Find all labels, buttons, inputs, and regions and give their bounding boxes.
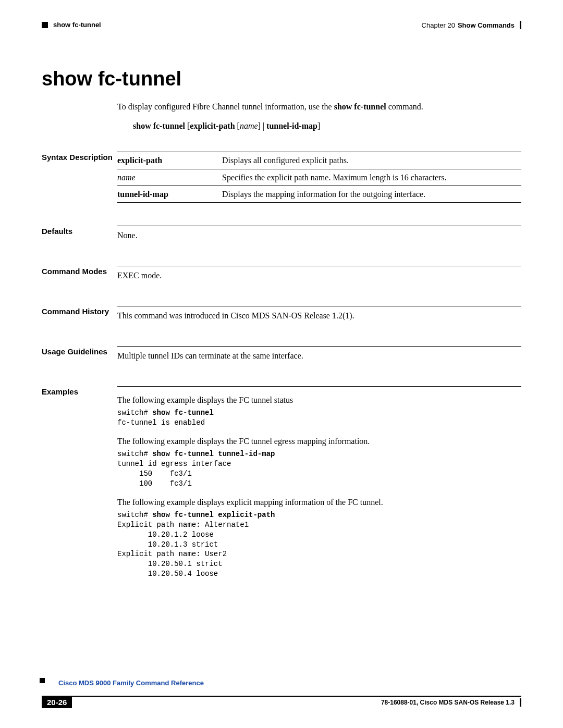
- section-command-history: Command History This command was introdu…: [117, 306, 521, 323]
- prompt: switch#: [117, 511, 152, 519]
- footer-book-title: Cisco MDS 9000 Family Command Reference: [58, 679, 204, 687]
- term-bold: explicit-path: [117, 156, 162, 165]
- section-defaults: Defaults None.: [117, 226, 521, 243]
- syntax-table: explicit-path Displays all configured ex…: [117, 152, 521, 203]
- example-output: switch# show fc-tunnel tunnel-id-map tun…: [117, 449, 521, 489]
- defaults-label: Defaults: [42, 226, 117, 237]
- defaults-body: None.: [117, 226, 521, 243]
- command-history-label: Command History: [42, 306, 117, 317]
- syntax-name: name: [240, 121, 258, 130]
- example-output: switch# show fc-tunnel explicit-path Exp…: [117, 510, 521, 579]
- chapter-label: Chapter 20: [422, 21, 455, 29]
- usage-label: Usage Guidelines: [42, 346, 117, 357]
- command-history-body: This command was introduced in Cisco MDS…: [117, 306, 521, 323]
- syntax-description-body: explicit-path Displays all configured ex…: [117, 152, 521, 203]
- example-intro: The following example displays explicit …: [117, 496, 521, 508]
- syntax-sp: [: [235, 121, 240, 130]
- section-usage: Usage Guidelines Multiple tunnel IDs can…: [117, 346, 521, 363]
- vertical-bar-icon: [520, 21, 521, 29]
- page-footer: Cisco MDS 9000 Family Command Reference …: [0, 686, 563, 708]
- examples-label: Examples: [42, 386, 117, 398]
- footer-row: 20-26 78-16088-01, Cisco MDS SAN-OS Rele…: [42, 697, 521, 708]
- syntax-kw1: explicit-path: [190, 121, 235, 130]
- chapter-title: Show Commands: [458, 21, 515, 29]
- example-intro: The following example displays the FC tu…: [117, 394, 521, 406]
- square-marker-icon: [42, 22, 48, 28]
- syntax-b2: ] |: [258, 121, 267, 130]
- intro-paragraph: To display configured Fibre Channel tunn…: [117, 101, 521, 113]
- syntax-end: ]: [317, 121, 320, 130]
- syntax-b1: [: [185, 121, 190, 130]
- example-cmd: show fc-tunnel: [152, 409, 214, 417]
- section-command-modes: Command Modes EXEC mode.: [117, 266, 521, 283]
- page-title: show fc-tunnel: [42, 68, 521, 90]
- intro-text: To display configured Fibre Channel tunn…: [117, 102, 334, 111]
- page-container: show fc-tunnel Chapter 20 Show Commands …: [0, 0, 563, 728]
- header-left: show fc-tunnel: [42, 21, 101, 29]
- syntax-description-label: Syntax Description: [42, 152, 117, 163]
- term-desc: Displays all configured explicit paths.: [222, 152, 521, 169]
- example-output: switch# show fc-tunnel fc-tunnel is enab…: [117, 408, 521, 428]
- intro-tail: command.: [386, 102, 423, 111]
- term-desc: Specifies the explicit path name. Maximu…: [222, 169, 521, 186]
- vertical-bar-icon: [520, 698, 521, 707]
- prompt: switch#: [117, 409, 152, 417]
- page-header: show fc-tunnel Chapter 20 Show Commands: [42, 21, 521, 36]
- intro-command: show fc-tunnel: [334, 102, 386, 111]
- running-head-left: show fc-tunnel: [53, 21, 101, 29]
- term-desc: Displays the mapping information for the…: [222, 186, 521, 202]
- example-out: Explicit path name: Alternate1 10.20.1.2…: [117, 521, 249, 578]
- example-cmd: show fc-tunnel explicit-path: [152, 511, 275, 519]
- example-cmd: show fc-tunnel tunnel-id-map: [152, 450, 275, 458]
- section-syntax-description: Syntax Description explicit-path Display…: [117, 152, 521, 203]
- example-out: fc-tunnel is enabled: [117, 418, 205, 427]
- doc-id-text: 78-16088-01, Cisco MDS SAN-OS Release 1.…: [381, 699, 515, 706]
- footer-doc-id: 78-16088-01, Cisco MDS SAN-OS Release 1.…: [381, 698, 521, 707]
- term-bold: tunnel-id-map: [117, 190, 168, 199]
- term-italic: name: [117, 173, 136, 182]
- content-area: To display configured Fibre Channel tunn…: [117, 101, 521, 579]
- section-examples: Examples The following example displays …: [117, 386, 521, 579]
- table-row: name Specifies the explicit path name. M…: [117, 169, 521, 186]
- prompt: switch#: [117, 450, 152, 458]
- command-modes-label: Command Modes: [42, 266, 117, 277]
- command-modes-body: EXEC mode.: [117, 266, 521, 283]
- table-row: tunnel-id-map Displays the mapping infor…: [117, 186, 521, 202]
- syntax-line: show fc-tunnel [explicit-path [name] | t…: [133, 120, 521, 132]
- example-out: tunnel id egress interface 150 fc3/1 100…: [117, 460, 231, 488]
- square-marker-icon: [40, 678, 45, 683]
- header-right: Chapter 20 Show Commands: [422, 21, 521, 29]
- usage-body: Multiple tunnel IDs can terminate at the…: [117, 346, 521, 363]
- example-intro: The following example displays the FC tu…: [117, 435, 521, 447]
- table-row: explicit-path Displays all configured ex…: [117, 152, 521, 169]
- examples-body: The following example displays the FC tu…: [117, 386, 521, 579]
- page-number: 20-26: [42, 697, 72, 708]
- syntax-cmd: show fc-tunnel: [133, 121, 185, 130]
- syntax-kw2: tunnel-id-map: [266, 121, 317, 130]
